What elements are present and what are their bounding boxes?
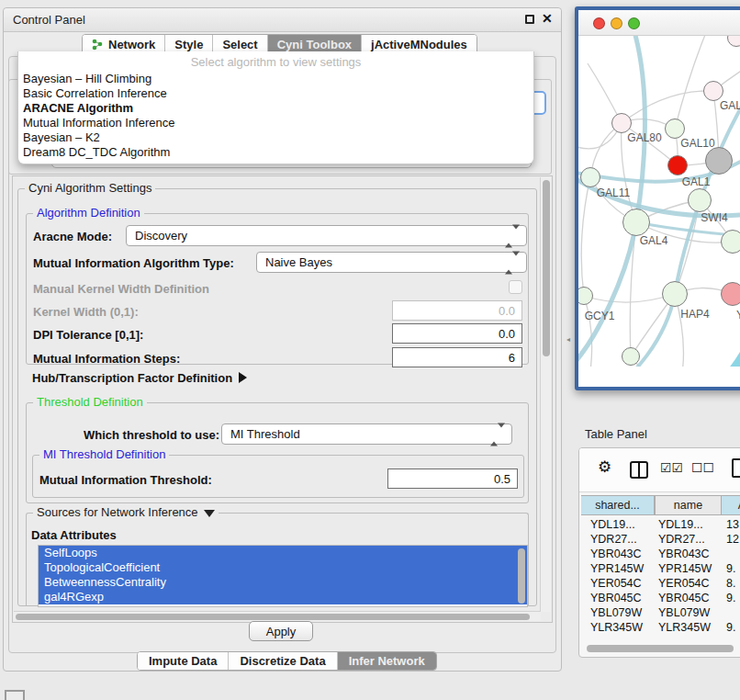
- network-window-titlebar[interactable]: [578, 10, 740, 36]
- horizontal-scrollbar[interactable]: [14, 611, 541, 621]
- mi-type-label: Mutual Information Algorithm Type:: [33, 256, 234, 270]
- network-node[interactable]: [580, 167, 600, 187]
- network-view-window[interactable]: GAL80 GAL10 GAL1 GAL11 SWI4 GAL4 GCY1 HA…: [575, 6, 740, 390]
- mi-threshold-field[interactable]: 0.5: [387, 469, 518, 489]
- gear-icon[interactable]: ⚙: [598, 459, 611, 475]
- cell-shared: YDL19...: [590, 517, 635, 532]
- aracne-mode-value: Discovery: [135, 229, 187, 243]
- columns-icon[interactable]: [630, 461, 648, 479]
- vertical-scrollbar-thumb[interactable]: [543, 180, 550, 356]
- unchecked-boxes-icon[interactable]: ☐☐: [691, 460, 714, 476]
- network-node[interactable]: [705, 147, 733, 175]
- checked-boxes-icon[interactable]: ☑☑: [660, 460, 683, 476]
- collapsed-panel-icon[interactable]: [5, 690, 25, 700]
- algorithm-definition-group: Algorithm Definition Aracne Mode: Discov…: [26, 213, 529, 365]
- tab-network[interactable]: Network: [83, 35, 165, 53]
- cell-shared: YBR045C: [590, 591, 642, 605]
- network-node[interactable]: [622, 209, 650, 236]
- mi-threshold-label: Mutual Information Threshold:: [39, 473, 212, 487]
- node-label: GAL: [720, 99, 740, 112]
- zoom-traffic-light[interactable]: [628, 17, 640, 29]
- tab-infer-network[interactable]: Infer Network: [338, 652, 436, 670]
- page-icon[interactable]: [732, 458, 740, 478]
- list-scrollbar-thumb[interactable]: [518, 548, 525, 604]
- node-label: GAL1: [682, 175, 711, 188]
- column-header-shared[interactable]: shared...: [581, 495, 655, 515]
- attribute-item[interactable]: SelfLoops: [39, 546, 527, 560]
- network-canvas[interactable]: GAL80 GAL10 GAL1 GAL11 SWI4 GAL4 GCY1 HA…: [578, 36, 740, 367]
- algorithm-option[interactable]: Dream8 DC_TDC Algorithm: [23, 145, 170, 159]
- network-node[interactable]: [703, 81, 723, 101]
- mi-steps-field[interactable]: 6: [392, 347, 522, 367]
- control-panel: Control Panel ✕ gal-filtered.sif default…: [3, 7, 562, 672]
- which-threshold-combo[interactable]: MI Threshold: [221, 423, 512, 445]
- hub-definition-toggle[interactable]: Hub/Transcription Factor Definition: [32, 371, 247, 385]
- table-horizontal-scrollbar-thumb[interactable]: [587, 645, 734, 652]
- algorithm-option[interactable]: Mutual Information Inference: [23, 116, 174, 130]
- mi-type-value: Naive Bayes: [265, 255, 332, 269]
- panel-divider-handle[interactable]: ◂: [566, 336, 571, 343]
- cell-name: YBR045C: [658, 591, 710, 605]
- network-node[interactable]: [662, 281, 688, 307]
- dpi-tolerance-field[interactable]: 0.0: [392, 323, 522, 344]
- cell-value: 12: [726, 532, 739, 547]
- algorithm-option[interactable]: Bayesian – Hill Climbing: [23, 72, 151, 85]
- attribute-item[interactable]: gal4RGexp: [39, 590, 527, 604]
- float-window-icon[interactable]: [525, 15, 534, 24]
- algorithm-option-selected[interactable]: ARACNE Algorithm: [23, 101, 133, 115]
- algorithm-option[interactable]: Basic Correlation Inference: [23, 86, 167, 100]
- vertical-scrollbar[interactable]: [540, 177, 551, 612]
- tab-jactivemnodules[interactable]: jActiveMNodules: [362, 35, 477, 53]
- manual-kernel-checkbox[interactable]: [509, 280, 522, 294]
- tab-select-label: Select: [222, 38, 257, 51]
- cell-shared: YDR27...: [590, 532, 637, 547]
- expanded-arrow-icon: [204, 510, 215, 517]
- network-node[interactable]: [665, 119, 685, 139]
- cell-name: YDR27...: [658, 532, 705, 547]
- network-node[interactable]: [721, 282, 740, 306]
- algorithm-definition-title: Algorithm Definition: [33, 207, 144, 220]
- cell-value: 9.: [726, 620, 735, 635]
- cell-value: 9.: [726, 591, 735, 605]
- tab-impute-data[interactable]: Impute Data: [138, 652, 229, 670]
- data-attributes-list[interactable]: SelfLoops TopologicalCoefficient Between…: [38, 545, 528, 607]
- horizontal-scrollbar-thumb[interactable]: [16, 614, 530, 620]
- network-node[interactable]: [611, 113, 632, 133]
- attribute-item[interactable]: TopologicalCoefficient: [39, 560, 527, 575]
- combo-spinner-icon: [505, 255, 520, 269]
- mi-type-combo[interactable]: Naive Bayes: [256, 252, 527, 273]
- combo-spinner-icon: [505, 229, 520, 243]
- app-root: { "control_panel": { "title": "Control P…: [0, 0, 740, 700]
- threshold-definition-group: Threshold Definition Which threshold to …: [26, 402, 529, 503]
- apply-button[interactable]: Apply: [249, 621, 313, 641]
- network-node-selected[interactable]: [667, 155, 688, 175]
- aracne-mode-combo[interactable]: Discovery: [126, 225, 527, 246]
- network-node[interactable]: [721, 230, 740, 254]
- close-traffic-light[interactable]: [593, 17, 605, 29]
- which-threshold-value: MI Threshold: [230, 427, 300, 441]
- network-node[interactable]: [622, 347, 640, 366]
- network-node[interactable]: [688, 188, 712, 212]
- close-icon[interactable]: ✕: [542, 11, 553, 26]
- algorithm-option[interactable]: Bayesian – K2: [23, 130, 100, 144]
- attribute-item[interactable]: BetweennessCentrality: [39, 575, 527, 590]
- column-header-name[interactable]: name: [655, 495, 722, 515]
- node-label: GAL10: [680, 137, 714, 150]
- cell-name: YLR345W: [658, 620, 711, 635]
- collapsed-arrow-icon: [239, 372, 247, 383]
- tab-select[interactable]: Select: [213, 35, 267, 53]
- sources-title[interactable]: Sources for Network Inference: [33, 506, 219, 519]
- tab-cyni-toolbox[interactable]: Cyni Toolbox: [268, 35, 362, 53]
- sources-group: Sources for Network Inference Data Attri…: [26, 513, 529, 606]
- kernel-width-field[interactable]: 0.0: [392, 300, 522, 321]
- tab-style[interactable]: Style: [165, 35, 213, 53]
- cell-shared: YPR145W: [590, 561, 644, 576]
- cell-name: YPR145W: [658, 561, 712, 576]
- column-header-third[interactable]: A: [722, 495, 740, 515]
- hub-definition-label: Hub/Transcription Factor Definition: [32, 371, 232, 385]
- node-label: GAL4: [640, 234, 668, 247]
- tab-network-label: Network: [108, 38, 155, 51]
- minimize-traffic-light[interactable]: [611, 17, 622, 29]
- tab-discretize-data[interactable]: Discretize Data: [229, 652, 337, 670]
- node-label: GCY1: [585, 310, 615, 322]
